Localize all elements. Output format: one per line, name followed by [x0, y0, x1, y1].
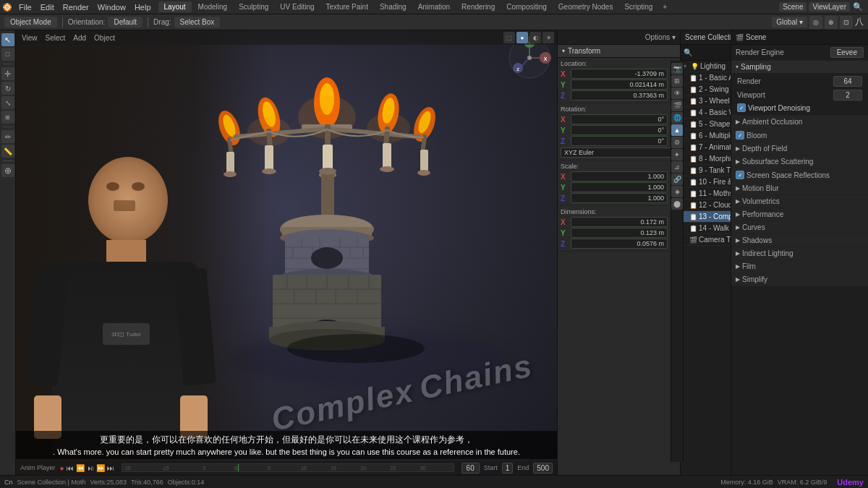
rot-x-value[interactable]: 0° — [571, 114, 668, 124]
tool-select-box[interactable]: □ — [1, 48, 14, 61]
prop-icon-render[interactable]: 📷 — [671, 63, 680, 74]
rot-y-value[interactable]: 0° — [571, 125, 668, 135]
shading-rendered[interactable]: ☀ — [542, 32, 554, 43]
ws-tab-modeling[interactable]: Modeling — [192, 1, 234, 12]
scene-dropdown[interactable]: Scene — [779, 2, 807, 12]
prop-icon-object[interactable]: ▲ — [671, 124, 680, 136]
dim-z-value[interactable]: 0.0576 m — [571, 239, 668, 249]
volumetrics-header[interactable]: ▶ Volumetrics — [731, 195, 868, 208]
playback-to-start[interactable]: ⏮ — [67, 464, 74, 472]
prop-icon-material[interactable]: ⬤ — [671, 198, 680, 210]
sss-header[interactable]: ▶ Subsurface Scattering — [731, 155, 868, 168]
view-layer-dropdown[interactable]: ViewLayer — [809, 2, 850, 12]
ws-tab-rendering[interactable]: Rendering — [456, 1, 501, 12]
shading-material[interactable]: ◐ — [529, 32, 541, 43]
gizmo-btn[interactable]: ⊕ — [825, 16, 838, 29]
ambient-occlusion-header[interactable]: ▶ Ambient Occlusion — [731, 116, 868, 129]
prop-icon-particles[interactable]: ✦ — [671, 149, 680, 160]
rotation-mode-selector[interactable]: XYZ Euler — [561, 147, 677, 158]
ws-tab-animation[interactable]: Animation — [412, 1, 456, 12]
prop-icon-output[interactable]: ⊞ — [671, 75, 680, 87]
start-value[interactable]: 1 — [502, 463, 514, 474]
prop-icon-view[interactable]: 👁 — [671, 87, 680, 99]
tool-measure[interactable]: 📏 — [1, 145, 14, 158]
shading-solid[interactable]: ● — [516, 32, 528, 43]
tool-scale[interactable]: ⤡ — [1, 96, 14, 109]
prop-icon-physics[interactable]: ⊿ — [671, 161, 680, 173]
menu-edit[interactable]: Edit — [36, 1, 59, 13]
shadows-header[interactable]: ▶ Shadows — [731, 234, 868, 247]
dim-x-value[interactable]: 0.172 m — [571, 217, 668, 227]
loc-z-value[interactable]: 0.37363 m — [571, 90, 668, 100]
rot-z-value[interactable]: 0° — [571, 136, 668, 146]
sampling-header[interactable]: ▾ Sampling — [731, 61, 868, 73]
prop-edit-btn[interactable]: 八 — [855, 16, 864, 28]
ws-tab-texture[interactable]: Texture Paint — [320, 1, 374, 12]
playback-record[interactable]: ● — [60, 464, 64, 472]
ws-tab-scripting[interactable]: Scripting — [618, 1, 658, 12]
prop-icon-scene[interactable]: 🎬 — [671, 100, 680, 111]
render-engine-selector[interactable]: Eevee — [830, 47, 864, 58]
current-frame-display[interactable]: 60 — [461, 463, 480, 474]
tool-transform[interactable]: ⊞ — [1, 111, 14, 124]
viewport-value[interactable]: 2 — [833, 90, 862, 100]
vp-menu-select[interactable]: Select — [43, 33, 69, 43]
mode-selector[interactable]: Object Mode — [4, 17, 57, 27]
prop-icon-data[interactable]: ◈ — [671, 186, 680, 197]
ws-tab-uv[interactable]: UV Editing — [274, 1, 320, 12]
snap-btn[interactable]: ⊡ — [840, 16, 853, 29]
playback-prev-frame[interactable]: ⏪ — [76, 464, 85, 472]
viewport-denoising-checkbox[interactable]: ✓ — [737, 103, 746, 112]
scale-y-value[interactable]: 1.000 — [571, 182, 668, 192]
tool-rotate[interactable]: ↻ — [1, 82, 14, 95]
tool-move[interactable]: ✛ — [1, 67, 14, 80]
playback-play[interactable]: ⏯ — [87, 464, 94, 472]
vp-menu-add[interactable]: Add — [70, 33, 89, 43]
ws-tab-sculpting[interactable]: Sculpting — [233, 1, 274, 12]
loc-x-value[interactable]: -1.3709 m — [571, 69, 668, 79]
dof-header[interactable]: ▶ Depth of Field — [731, 142, 868, 155]
shading-wireframe[interactable]: ⬚ — [503, 32, 515, 43]
scale-x-value[interactable]: 1.000 — [571, 171, 668, 181]
ssr-header[interactable]: ✓ Screen Space Reflections — [731, 168, 868, 182]
menu-render[interactable]: Render — [59, 1, 93, 13]
prop-icon-world[interactable]: 🌐 — [671, 112, 680, 124]
vp-menu-object[interactable]: Object — [91, 33, 118, 43]
playback-to-end[interactable]: ⏭ — [107, 464, 114, 472]
bloom-header[interactable]: ✓ Bloom — [731, 129, 868, 142]
render-value[interactable]: 64 — [833, 76, 862, 87]
ws-tab-shading[interactable]: Shading — [374, 1, 412, 12]
ws-tab-layout[interactable]: Layout — [158, 1, 192, 12]
film-header[interactable]: ▶ Film — [731, 260, 868, 273]
dim-y-value[interactable]: 0.123 m — [571, 228, 668, 238]
menu-window[interactable]: Window — [93, 1, 130, 13]
menu-file[interactable]: File — [14, 1, 36, 13]
options-button[interactable]: Options ▾ — [645, 33, 676, 41]
end-value[interactable]: 500 — [533, 463, 553, 474]
scale-z-value[interactable]: 1.000 — [571, 193, 668, 203]
tool-add[interactable]: ⊕ — [1, 164, 14, 177]
performance-header[interactable]: ▶ Performance — [731, 208, 868, 221]
indirect-lighting-header[interactable]: ▶ Indirect Lighting — [731, 247, 868, 260]
prop-icon-constraints[interactable]: 🔗 — [671, 174, 680, 185]
ws-tab-add[interactable]: + — [658, 1, 671, 12]
curves-header[interactable]: ▶ Curves — [731, 221, 868, 234]
menu-help[interactable]: Help — [130, 1, 156, 13]
global-mode[interactable]: Global ▾ — [772, 17, 807, 27]
motion-blur-header[interactable]: ▶ Motion Blur — [731, 182, 868, 195]
viewport[interactable]: 3D◫ Tudor — [16, 30, 557, 475]
drag-selector[interactable]: Select Box — [174, 17, 221, 27]
tool-cursor[interactable]: ↖ — [1, 33, 14, 46]
timeline-ruler[interactable]: -25 -15 -5 0 5 10 15 20 25 30 — [122, 463, 454, 472]
orientation-selector[interactable]: Default — [108, 17, 142, 27]
simplify-header[interactable]: ▶ Simplify — [731, 273, 868, 286]
prop-icon-modifier[interactable]: ⚙ — [671, 137, 680, 148]
transform-section-header[interactable]: ▾ Transform — [558, 45, 680, 58]
tool-annotate[interactable]: ✏ — [1, 130, 14, 143]
playback-next-frame[interactable]: ⏩ — [96, 464, 105, 472]
vp-menu-view[interactable]: View — [19, 33, 41, 43]
ws-tab-geometry[interactable]: Geometry Nodes — [553, 1, 619, 12]
ws-tab-compositing[interactable]: Compositing — [501, 1, 553, 12]
search-icon-top[interactable]: 🔍 — [852, 1, 864, 13]
overlay-btn[interactable]: ◎ — [809, 16, 822, 29]
